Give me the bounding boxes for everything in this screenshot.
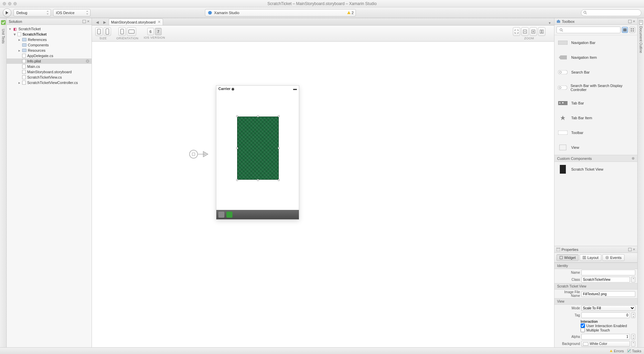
file-label: Info.plist [27,59,41,63]
panel-close-icon[interactable]: ✕ [633,19,635,23]
unit-tests-tab[interactable]: Unit Tests [1,29,5,44]
file-infoplist[interactable]: Info.plist [7,58,92,64]
file-main[interactable]: Main.cs [7,64,92,69]
resize-handle-sw[interactable] [236,179,238,181]
warning-indicator[interactable]: 2 [347,11,354,15]
landscape-button[interactable] [127,27,136,36]
prop-class-row: Class ▾ [554,276,637,283]
resize-handle-s[interactable] [257,179,259,181]
global-search[interactable] [581,9,641,16]
toolbox-item-tabbaritem[interactable]: Tab Bar Item [554,110,637,125]
mode-select[interactable]: Scale To Fill [581,305,635,311]
gear-icon[interactable] [86,59,90,63]
portrait-button[interactable] [118,27,126,36]
design-canvas[interactable]: Carrier ◉ ▬ [92,42,554,347]
unit-tests-icon[interactable] [1,20,6,25]
tab-events[interactable]: Events [602,254,625,261]
tasks-pad-button[interactable]: Tasks [627,349,641,353]
toolbox-search-input[interactable] [556,27,621,33]
right-panels: Toolbox ✕ Navigation Bar Navigation Item [554,18,637,347]
panel-close-icon[interactable]: ✕ [633,248,635,251]
plist-file-icon [22,59,26,63]
document-outline-tab[interactable]: Document Outline [639,26,643,53]
toolbox-item-label: Navigation Item [571,55,597,59]
document-outline-icon[interactable] [639,20,643,25]
resize-handle-w[interactable] [236,147,238,149]
checkbox-label: Multiple Touch [586,328,610,332]
toolbox-item-view[interactable]: View [554,140,637,155]
panel-dock-icon[interactable] [628,248,632,251]
prop-label: Background [556,342,580,346]
fit-button[interactable] [513,27,520,36]
zoom-actual-button[interactable] [538,27,545,36]
toolbox-item-scratchticket[interactable]: Scratch Ticket View [554,162,637,177]
resize-handle-se[interactable] [278,179,280,181]
zoom-in-button[interactable] [530,27,537,36]
file-storyboard[interactable]: MainStoryboard.storyboard [7,69,92,75]
name-input[interactable] [581,270,635,275]
scratch-ticket-view-instance[interactable] [237,117,279,180]
multiple-touch-checkbox[interactable] [581,328,585,332]
toolbox-item-navitem[interactable]: Navigation Item [554,50,637,65]
panel-close-icon[interactable]: ✕ [87,19,90,23]
file-label: AppDelegate.cs [27,54,53,58]
project-node[interactable]: ▾ ScratchTicket [7,32,92,37]
device-frame[interactable]: Carrier ◉ ▬ [216,85,299,220]
zoom-out-button[interactable] [521,27,529,36]
size-phone-tall-button[interactable] [104,27,111,36]
resize-handle-n[interactable] [257,115,259,117]
references-folder[interactable]: ▸ References [7,37,92,42]
tab-layout[interactable]: Layout [580,254,601,261]
class-dropdown-button[interactable]: ▾ [631,277,635,282]
toolbox-custom-section: Custom Components ⊕ [554,155,637,162]
toolbox-item-tabbar[interactable]: Tab Bar [554,96,637,110]
tag-input[interactable] [581,312,630,318]
nav-back-button[interactable]: ◀ [94,19,100,25]
toolbox-item-searchbar-controller[interactable]: Search Bar with Search Display Controlle… [554,80,637,96]
ios6-button[interactable]: 6 [147,28,154,35]
tab-storyboard[interactable]: MainStoryboard.storyboard ✕ [109,18,163,25]
grid-view-button[interactable] [629,27,635,33]
class-input[interactable] [581,277,630,282]
prop-label: Name [556,271,580,274]
exit-icon[interactable] [226,212,232,218]
alpha-input[interactable] [581,334,630,340]
tab-close-icon[interactable]: ✕ [158,20,161,24]
toolbox-item-searchbar[interactable]: Search Bar [554,65,637,80]
ios7-button[interactable]: 7 [155,28,162,35]
file-appdelegate[interactable]: AppDelegate.cs [7,53,92,58]
alpha-stepper[interactable]: ▴▾ [631,334,635,340]
tab-label: MainStoryboard.storyboard [111,20,156,24]
device-selector[interactable]: iOS Device [53,9,91,16]
resources-folder[interactable]: ▸ Resources [7,48,92,53]
solution-node[interactable]: ▾ ◧ ScratchTicket [7,26,92,32]
tab-overflow-button[interactable]: ▾ [547,21,552,25]
configuration-selector[interactable]: Debug [13,9,51,16]
toolbox-item-navbar[interactable]: Navigation Bar [554,35,637,50]
file-scratchticketview[interactable]: ScratchTicketView.cs [7,75,92,80]
resize-handle-e[interactable] [278,147,280,149]
firstresponder-icon[interactable] [218,212,224,218]
resize-handle-nw[interactable] [236,115,238,117]
panel-dock-icon[interactable] [628,20,632,23]
toolbox-item-label: Toolbar [571,131,583,135]
user-interaction-checkbox[interactable] [581,323,585,328]
errors-pad-button[interactable]: Errors [609,349,624,353]
toolbox-item-toolbar[interactable]: Toolbar [554,125,637,140]
nav-forward-button[interactable]: ▶ [102,19,108,25]
tab-widget[interactable]: Widget [556,254,579,261]
file-viewcontroller[interactable]: ▸ ScratchTicketViewController.cs [7,80,92,85]
panel-dock-icon[interactable] [83,20,86,23]
color-swatch[interactable] [583,342,588,346]
background-dropdown[interactable]: ▾ [631,341,635,347]
components-folder[interactable]: Components [7,42,92,48]
list-view-button[interactable] [622,27,628,33]
run-button[interactable] [3,8,11,17]
size-phone-button[interactable] [95,27,103,36]
resize-handle-ne[interactable] [278,115,280,117]
imagefile-input[interactable] [581,291,635,297]
add-component-icon[interactable]: ⊕ [632,156,635,161]
initial-view-controller-indicator[interactable] [189,150,209,159]
tag-stepper[interactable]: ▴▾ [631,312,635,318]
orientation-label: ORIENTATION [116,37,139,40]
